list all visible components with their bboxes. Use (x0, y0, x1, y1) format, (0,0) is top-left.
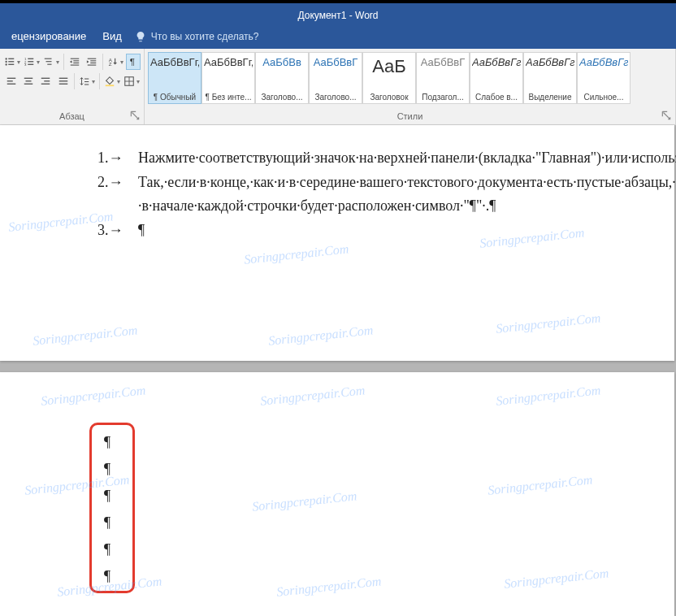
style-preview: АаБбВвГг, (150, 56, 199, 68)
paragraph-mark[interactable]: ¶ (104, 536, 110, 563)
list-text[interactable]: Так,·если·в·конце,·как·и·в·середине·ваше… (138, 171, 676, 219)
style-item[interactable]: АаБбВвГЗаголово... (309, 52, 362, 104)
style-preview: АаБбВвГг, (204, 56, 253, 68)
style-label: Заголово... (258, 93, 306, 102)
bullets-button[interactable] (3, 54, 21, 70)
svg-rect-18 (71, 65, 80, 66)
svg-rect-29 (24, 78, 33, 79)
empty-paragraph-marks[interactable]: ¶¶¶¶¶¶ (104, 429, 110, 590)
style-label: Выделение (526, 93, 574, 102)
annotation-highlight-box (89, 423, 135, 593)
style-item[interactable]: АаБбВвЗаголово... (255, 52, 309, 104)
watermark: Soringpcrepair.Com (251, 488, 358, 514)
style-preview: АаБбВвГ (418, 56, 467, 68)
multilevel-list-button[interactable] (42, 54, 60, 70)
tell-me-search[interactable]: Что вы хотите сделать? (130, 31, 259, 42)
paragraph-mark[interactable]: ¶ (104, 510, 110, 536)
svg-rect-20 (90, 60, 96, 61)
style-item[interactable]: АаБбВвГг,¶ Обычный (148, 52, 202, 104)
svg-rect-33 (45, 80, 50, 81)
tell-me-placeholder: Что вы хотите сделать? (151, 31, 259, 42)
svg-rect-39 (84, 81, 89, 82)
svg-rect-13 (46, 61, 52, 62)
list-item[interactable]: 2.→Так,·если·в·конце,·как·и·в·середине·в… (98, 171, 650, 219)
style-label: ¶ Обычный (150, 93, 199, 102)
svg-rect-27 (6, 80, 12, 81)
align-justify-button[interactable] (55, 73, 71, 89)
page-2[interactable]: ¶¶¶¶¶¶ Soringpcrepair.Com Soringpcrepair… (0, 372, 674, 616)
increase-indent-button[interactable] (84, 54, 98, 70)
svg-rect-9 (28, 61, 33, 62)
svg-rect-15 (71, 59, 80, 59)
svg-rect-37 (58, 84, 67, 85)
ribbon-tabs: ецензирование Вид Что вы хотите сделать? (0, 24, 676, 49)
style-item[interactable]: АаБбВвГгСильное... (577, 52, 630, 104)
shading-button[interactable] (103, 73, 121, 89)
watermark: Soringpcrepair.Com (32, 323, 138, 348)
list-number: 1.→ (98, 146, 138, 171)
svg-rect-5 (8, 64, 14, 65)
style-label: Слабое в... (472, 93, 521, 102)
list-item[interactable]: 1.→Нажмите·соответствующий·значок·на·вер… (98, 146, 650, 171)
svg-rect-34 (41, 84, 50, 85)
group-styles: АаБбВвГг,¶ ОбычныйАаБбВвГг,¶ Без инте...… (145, 49, 676, 124)
style-item[interactable]: АаБбВвГПодзагол... (416, 52, 470, 104)
svg-rect-31 (24, 84, 33, 85)
list-text[interactable]: ¶ (138, 219, 650, 243)
paragraph-mark[interactable]: ¶ (104, 456, 110, 483)
watermark: Soringpcrepair.Com (40, 383, 146, 408)
svg-rect-30 (25, 80, 31, 81)
styles-dialog-launcher[interactable] (661, 110, 672, 121)
style-item[interactable]: АаБбВвГгВыделение (523, 52, 577, 104)
style-preview: АаБбВвГг (579, 56, 628, 68)
svg-rect-22 (87, 65, 96, 66)
document-content[interactable]: 1.→Нажмите·соответствующий·значок·на·вер… (98, 146, 650, 243)
borders-button[interactable] (123, 73, 141, 89)
group-paragraph: 123 AZ ¶ Абзац (0, 49, 145, 124)
style-item[interactable]: АаБбВвГгСлабое в... (470, 52, 523, 104)
svg-rect-19 (87, 59, 96, 59)
paragraph-mark[interactable]: ¶ (104, 563, 110, 590)
paragraph-mark[interactable]: ¶ (104, 483, 110, 510)
list-number: 2.→ (98, 171, 138, 219)
tab-view[interactable]: Вид (94, 24, 130, 49)
watermark: Soringpcrepair.Com (259, 383, 366, 408)
paragraph-dialog-launcher[interactable] (129, 110, 141, 121)
tab-review[interactable]: ецензирование (3, 24, 94, 49)
align-right-button[interactable] (38, 73, 54, 89)
style-preview: АаБ (365, 56, 414, 77)
list-text[interactable]: Нажмите·соответствующий·значок·на·верхне… (138, 146, 676, 171)
watermark: Soringpcrepair.Com (275, 574, 382, 599)
paragraph-mark[interactable]: ¶ (104, 429, 110, 456)
style-preview: АаБбВвГг (526, 56, 574, 68)
svg-rect-1 (8, 59, 14, 59)
style-preview: АаБбВвГ (311, 56, 360, 68)
titlebar: Документ1 - Word (0, 0, 676, 24)
svg-rect-32 (41, 78, 50, 79)
style-item[interactable]: АаБЗаголовок (362, 52, 416, 104)
decrease-indent-button[interactable] (67, 54, 82, 70)
style-label: Сильное... (579, 93, 628, 102)
sort-button[interactable]: AZ (106, 54, 124, 70)
line-spacing-button[interactable] (78, 73, 96, 89)
style-label: ¶ Без инте... (204, 93, 253, 102)
svg-rect-3 (8, 61, 14, 62)
watermark: Soringpcrepair.Com (503, 566, 609, 591)
svg-point-2 (5, 61, 6, 63)
style-item[interactable]: АаБбВвГг,¶ Без инте... (202, 52, 255, 104)
document-area: 1.→Нажмите·соответствующий·значок·на·вер… (0, 125, 676, 616)
show-hide-paragraph-button[interactable]: ¶ (126, 54, 141, 70)
style-preview: АаБбВв (258, 56, 306, 68)
page-1[interactable]: 1.→Нажмите·соответствующий·значок·на·вер… (0, 125, 674, 361)
svg-rect-40 (84, 85, 89, 85)
align-center-button[interactable] (20, 73, 36, 89)
numbering-button[interactable]: 123 (23, 54, 41, 70)
ribbon: 123 AZ ¶ Абзац (0, 49, 676, 125)
styles-gallery[interactable]: АаБбВвГг,¶ ОбычныйАаБбВвГг,¶ Без инте...… (148, 50, 672, 104)
svg-rect-17 (73, 63, 79, 63)
svg-rect-12 (45, 59, 52, 59)
list-item[interactable]: 3.→¶ (98, 219, 650, 243)
style-label: Заголово... (311, 93, 360, 102)
align-left-button[interactable] (3, 73, 19, 89)
watermark: Soringpcrepair.Com (487, 472, 593, 497)
